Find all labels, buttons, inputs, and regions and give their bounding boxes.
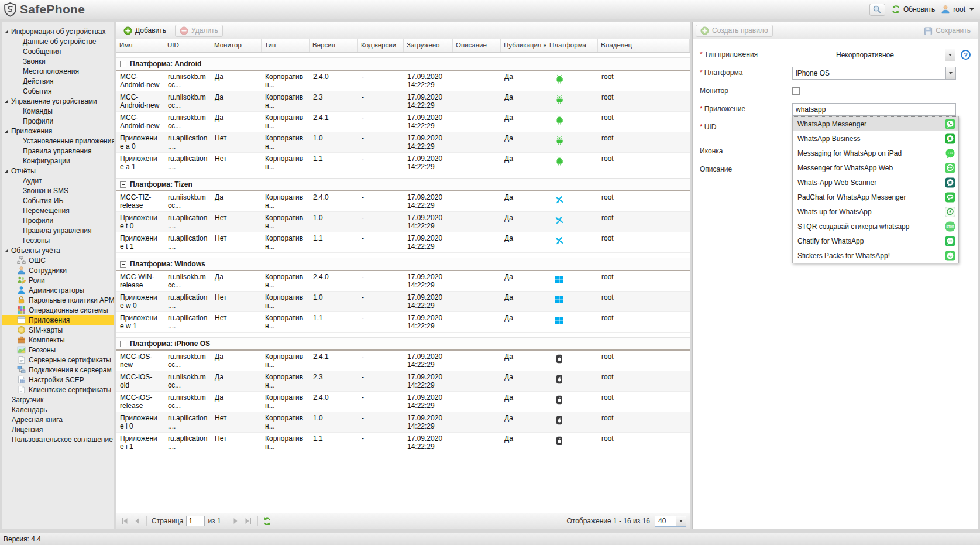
suggestion-item[interactable]: WhatsApp BusinessB xyxy=(793,131,958,146)
help-icon[interactable]: ? xyxy=(961,50,971,60)
column-header[interactable]: Имя xyxy=(116,39,164,52)
column-header[interactable]: Тип xyxy=(262,39,310,52)
group-header[interactable]: Платформа: Tizen xyxy=(116,178,690,191)
group-header[interactable]: Платформа: Windows xyxy=(116,258,690,271)
sidebar-item[interactable]: Лицензия xyxy=(2,424,114,434)
sidebar-item[interactable]: Конфигурации xyxy=(2,156,114,166)
column-header[interactable]: Монитор xyxy=(211,39,262,52)
sidebar-item[interactable]: Перемещения xyxy=(2,205,114,215)
sidebar-item-server-cert[interactable]: Серверные сертификаты xyxy=(2,355,114,365)
sidebar-item[interactable]: Аудит xyxy=(2,176,114,186)
table-row[interactable]: Приложение t 0ru.apllication....НетКорпо… xyxy=(116,212,690,232)
sidebar-item-password-policy[interactable]: Парольные политики АРМ xyxy=(2,295,114,305)
table-row[interactable]: Приложение i 1ru.apllication....НетКорпо… xyxy=(116,433,690,453)
group-header[interactable]: Платформа: iPhone OS xyxy=(116,337,690,351)
sidebar-item[interactable]: Действия xyxy=(2,76,114,86)
sidebar-group[interactable]: Информация об устройствах xyxy=(2,26,114,36)
sidebar-item[interactable]: Пользовательское соглашение xyxy=(2,434,114,444)
tree-expand-icon[interactable] xyxy=(5,129,8,133)
page-size-select[interactable]: 40 xyxy=(655,516,686,527)
sidebar-item[interactable]: Загрузчик xyxy=(2,395,114,405)
sidebar-item-roles[interactable]: Роли xyxy=(2,275,114,285)
tree-expand-icon[interactable] xyxy=(5,169,8,173)
column-header[interactable]: Код версии xyxy=(358,39,404,52)
sidebar-item-geozones[interactable]: Геозоны xyxy=(2,345,114,355)
column-header[interactable]: Версия xyxy=(310,39,358,52)
sidebar-item-scep[interactable]: Настройки SCEP xyxy=(2,375,114,385)
sidebar-item-kits[interactable]: Комплекты xyxy=(2,335,114,345)
page-input[interactable] xyxy=(186,516,205,526)
user-menu[interactable]: root xyxy=(941,5,974,14)
suggestion-item[interactable]: Stickers Packs for WhatsApp! xyxy=(793,248,958,263)
monitor-checkbox[interactable] xyxy=(792,87,800,95)
collapse-icon[interactable] xyxy=(120,341,126,347)
add-button[interactable]: Добавить xyxy=(119,25,170,36)
column-header[interactable]: Платформа xyxy=(546,39,598,52)
sidebar-item[interactable]: События ИБ xyxy=(2,196,114,205)
suggestion-item[interactable]: Messaging for WhatsApp on iPad xyxy=(793,146,958,160)
sidebar-item[interactable]: Звонки и SMS xyxy=(2,186,114,196)
sidebar-item[interactable]: Адресная книга xyxy=(2,414,114,424)
collapse-icon[interactable] xyxy=(120,261,126,268)
column-header[interactable]: Описание xyxy=(453,39,501,52)
table-row[interactable]: Приложение w 0ru.apllication....НетКорпо… xyxy=(116,292,690,312)
sidebar-item[interactable]: Геозоны xyxy=(2,235,114,245)
sidebar-item-os[interactable]: Операционные системы xyxy=(2,305,114,315)
suggestion-item[interactable]: PadChat for WhatsApp Messenger xyxy=(793,190,958,204)
tree-expand-icon[interactable] xyxy=(5,249,8,252)
table-row[interactable]: Приложение t 1ru.apllication....НетКорпо… xyxy=(116,232,690,253)
field-select-app-type[interactable]: Некорпоративное xyxy=(833,49,955,61)
suggestion-item[interactable]: Whats-App Web Scanner xyxy=(793,175,958,190)
delete-button[interactable]: Удалить xyxy=(175,25,223,37)
column-header[interactable]: Владелец xyxy=(598,39,690,52)
sidebar-item[interactable]: Правила управления xyxy=(2,225,114,235)
previous-page-button[interactable] xyxy=(132,516,142,526)
table-row[interactable]: MCC-WIN-releaseru.niisokb.mcc...ДаКорпор… xyxy=(116,271,690,292)
table-row[interactable]: MCC-Android-newru.niisokb.mcc...ДаКорпор… xyxy=(116,71,690,91)
sidebar-item-client-cert[interactable]: Клиентские сертификаты xyxy=(2,385,114,395)
tree-expand-icon[interactable] xyxy=(5,100,8,103)
collapse-icon[interactable] xyxy=(120,61,126,67)
sidebar-item[interactable]: Команды xyxy=(2,106,114,116)
table-row[interactable]: MCC-TIZ-releaseru.niisokb.mcc...ДаКорпор… xyxy=(116,191,690,212)
table-row[interactable]: MCC-iOS-releaseru.niisokb.mcc...ДаКорпор… xyxy=(116,392,690,412)
sidebar-item[interactable]: Профили xyxy=(2,116,114,126)
refresh-button[interactable]: Обновить xyxy=(891,5,935,14)
sidebar-item[interactable]: Правила управления xyxy=(2,146,114,156)
sidebar-group[interactable]: Управление устройствами xyxy=(2,96,114,106)
sidebar-item-connections[interactable]: Подключения к серверам xyxy=(2,365,114,375)
sidebar-item[interactable]: Данные об устройстве xyxy=(2,36,114,46)
table-row[interactable]: Приложение a 0ru.apllication....НетКорпо… xyxy=(116,132,690,153)
refresh-table-button[interactable] xyxy=(263,516,272,526)
table-row[interactable]: MCC-iOS-oldru.niisokb.mcc...ДаКорпоратив… xyxy=(116,371,690,392)
next-page-button[interactable] xyxy=(231,516,240,526)
group-header[interactable]: Платформа: Android xyxy=(116,57,690,71)
suggestion-item[interactable]: WhatsApp Messenger xyxy=(793,116,958,131)
suggestion-item[interactable]: Messenger for WhatsApp Web xyxy=(793,160,958,175)
search-button[interactable] xyxy=(869,4,885,16)
collapse-icon[interactable] xyxy=(120,181,126,188)
suggestion-item[interactable]: Whats up for WhatsApp xyxy=(793,204,958,219)
suggestion-item[interactable]: STQR создавай стикеры whatsappSTQR xyxy=(793,219,958,234)
table-row[interactable]: MCC-Android-newru.niisokb.mcc...ДаКорпор… xyxy=(116,112,690,132)
last-page-button[interactable] xyxy=(243,516,253,526)
sidebar-item[interactable]: Местоположения xyxy=(2,66,114,76)
sidebar-item[interactable]: Сообщения xyxy=(2,46,114,56)
tree-expand-icon[interactable] xyxy=(5,30,8,33)
table-row[interactable]: Приложение i 0ru.apllication....НетКорпо… xyxy=(116,412,690,433)
sidebar-group[interactable]: Объекты учёта xyxy=(2,245,114,255)
sidebar-item-sim[interactable]: SIM-карты xyxy=(2,325,114,335)
sidebar-item-employees[interactable]: Сотрудники xyxy=(2,265,114,275)
column-header[interactable]: Публикация в Ката xyxy=(501,39,546,52)
table-row[interactable]: MCC-Android-newru.niisokb.mcc...ДаКорпор… xyxy=(116,91,690,112)
sidebar-item[interactable]: Установленные приложения xyxy=(2,136,114,146)
table-row[interactable]: Приложение w 1ru.apllication....НетКорпо… xyxy=(116,312,690,333)
sidebar-item[interactable]: Профили xyxy=(2,215,114,225)
application-search-input[interactable] xyxy=(792,103,956,116)
create-rule-button[interactable]: Создать правило xyxy=(696,25,773,37)
column-header[interactable]: Загружено xyxy=(404,39,453,52)
table-row[interactable]: MCC-iOS-newru.niisokb.mcc...ДаКорпоратив… xyxy=(116,351,690,371)
first-page-button[interactable] xyxy=(120,516,129,526)
sidebar-item[interactable]: События xyxy=(2,86,114,96)
sidebar-item[interactable]: Звонки xyxy=(2,56,114,66)
